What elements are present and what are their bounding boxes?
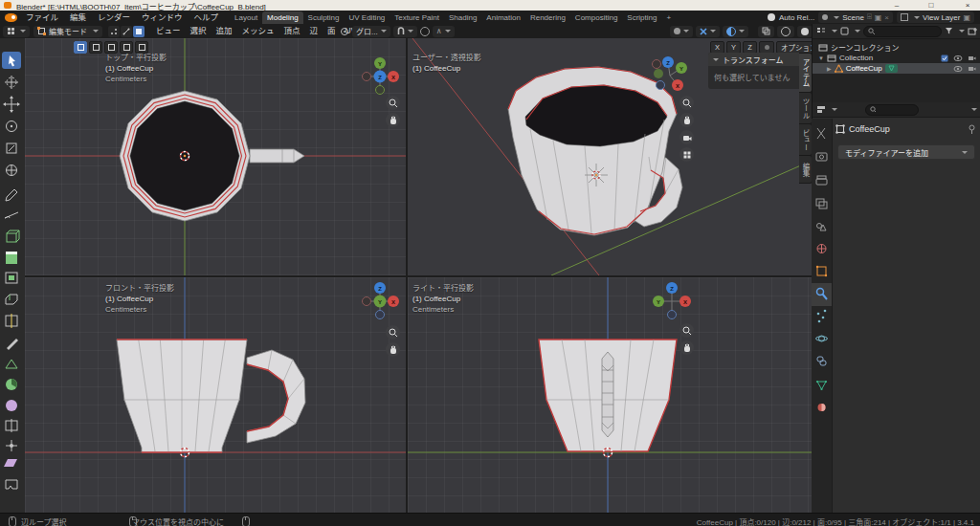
sidebar-tab-view[interactable]: ビュー <box>799 123 813 156</box>
tab-material-icon[interactable] <box>818 404 826 411</box>
shading-wireframe-button[interactable] <box>777 26 794 37</box>
tab-particles-icon[interactable] <box>817 310 827 323</box>
axis-ball-x-neg[interactable] <box>363 73 371 81</box>
workspace-tab-compositing[interactable]: Compositing <box>570 11 622 24</box>
menu-file[interactable]: ファイル <box>20 11 64 24</box>
tab-output-icon[interactable] <box>816 176 827 185</box>
close-button[interactable]: × <box>957 0 978 11</box>
xray-toggle[interactable] <box>758 26 774 37</box>
zoom-button[interactable] <box>386 325 400 340</box>
nav-gizmo-user[interactable]: Z Y X <box>649 53 691 95</box>
nav-gizmo-right[interactable]: Y Z X <box>651 280 693 322</box>
axis-ball-x-neg[interactable] <box>363 297 371 306</box>
camera-view-button[interactable] <box>679 130 694 144</box>
tool-edge-slide[interactable] <box>6 419 17 432</box>
tool-rotate[interactable] <box>7 121 17 132</box>
axis-ball-y-neg[interactable] <box>376 86 385 95</box>
gizmos-dropdown[interactable] <box>696 26 720 37</box>
shading-solid-button[interactable] <box>797 26 813 37</box>
edge-select-button[interactable] <box>121 26 132 37</box>
select-mode-subtract[interactable] <box>104 41 118 54</box>
tool-inset-faces[interactable] <box>6 273 17 283</box>
properties-options-caret[interactable] <box>971 108 977 111</box>
workspace-tab-layout[interactable]: Layout <box>230 11 262 24</box>
pin-icon[interactable] <box>968 124 976 134</box>
snap-dropdown[interactable] <box>393 26 417 37</box>
tool-poly-build[interactable] <box>6 360 17 368</box>
falloff-dropdown[interactable]: ∧ <box>433 26 455 37</box>
tab-scene-icon[interactable] <box>817 224 827 231</box>
pan-button[interactable] <box>679 340 694 355</box>
menu-mesh[interactable]: メッシュ <box>237 24 279 38</box>
tool-scale[interactable] <box>7 143 16 153</box>
outliner-search-input[interactable] <box>878 27 937 35</box>
tab-world-icon[interactable] <box>817 245 826 253</box>
tab-view-layer-icon[interactable] <box>816 199 827 208</box>
viewport-canvas-top[interactable] <box>25 38 406 275</box>
tab-constraints-icon[interactable] <box>817 357 826 365</box>
menu-view[interactable]: ビュー <box>151 24 186 38</box>
workspace-tab-sculpting[interactable]: Sculpting <box>303 11 345 24</box>
axis-ball-z-neg[interactable] <box>376 311 385 319</box>
tool-rip-region[interactable] <box>6 480 17 489</box>
workspace-tab-shading[interactable]: Shading <box>444 11 481 24</box>
new-collection-icon[interactable] <box>968 27 977 35</box>
copy-icon[interactable]: ▣ <box>963 13 970 22</box>
menu-window[interactable]: ウィンドウ <box>136 11 189 24</box>
select-mode-invert[interactable] <box>120 41 133 54</box>
outliner-row-object-selected[interactable]: ▶ CoffeeCup <box>813 63 980 74</box>
workspace-tab-scripting[interactable]: Scripting <box>622 11 661 24</box>
axis-ball-z-neg[interactable] <box>668 311 677 319</box>
tool-transform[interactable] <box>7 165 17 176</box>
tool-loop-cut[interactable] <box>6 314 17 328</box>
workspace-tab-uv-editing[interactable]: UV Editing <box>345 11 390 24</box>
quad-divider-horizontal[interactable] <box>25 275 812 277</box>
minimize-button[interactable]: – <box>886 0 907 11</box>
tab-object-icon[interactable] <box>816 266 827 276</box>
camera-visibility-icon[interactable] <box>968 65 976 73</box>
visibility-dropdown[interactable] <box>670 26 693 37</box>
sidebar-tab-tool[interactable]: ツール <box>799 92 813 124</box>
select-mode-new[interactable] <box>74 41 87 54</box>
tab-object-data-icon[interactable] <box>816 381 827 390</box>
tool-annotate[interactable] <box>6 189 17 201</box>
menu-add[interactable]: 追加 <box>212 24 237 38</box>
expand-icon[interactable]: ▼ <box>818 55 824 61</box>
pin-icon[interactable]: ⌹ <box>867 12 872 22</box>
properties-search-input[interactable] <box>879 105 914 114</box>
menu-help[interactable]: ヘルプ <box>189 11 225 24</box>
axis-ball-y-neg[interactable] <box>654 69 663 78</box>
display-mode-icon[interactable] <box>816 27 826 35</box>
axis-ball-z-neg[interactable] <box>657 81 665 90</box>
menu-vertex[interactable]: 頂点 <box>279 24 305 38</box>
menu-face[interactable]: 面 <box>323 24 341 38</box>
zoom-button[interactable] <box>386 96 400 110</box>
properties-search[interactable] <box>865 104 919 116</box>
select-mode-intersect[interactable] <box>135 41 148 54</box>
viewport-right[interactable]: ライト・平行投影 (1) CoffeeCup Centimeters <box>408 277 812 513</box>
outliner-row-scene-collection[interactable]: シーンコレクション <box>813 42 980 53</box>
tool-smooth[interactable] <box>6 400 17 411</box>
workspace-tab-animation[interactable]: Animation <box>481 11 525 24</box>
axis-ball-x-neg[interactable] <box>653 60 661 69</box>
view-layer-selector[interactable]: View Layer ▣ <box>897 11 974 23</box>
tool-spin[interactable] <box>6 379 17 390</box>
tool-shrink-fatten[interactable] <box>6 440 17 451</box>
overlays-dropdown[interactable] <box>723 26 748 37</box>
transform-pivot-icon[interactable] <box>340 27 349 36</box>
zoom-button[interactable] <box>679 323 694 338</box>
tool-cursor[interactable] <box>5 76 18 89</box>
proportional-edit-icon[interactable] <box>420 27 430 36</box>
viewport-canvas-front[interactable] <box>25 277 406 513</box>
outliner-row-collection[interactable]: ▼ Collection <box>813 53 980 63</box>
scene-selector[interactable]: Scene ⌹ ▣ × <box>818 11 893 23</box>
menu-edge[interactable]: 辺 <box>305 24 323 38</box>
select-mode-extend[interactable] <box>89 41 102 54</box>
outliner-search[interactable] <box>863 26 942 37</box>
viewport-front[interactable]: フロント・平行投影 (1) CoffeeCup Centimeters <box>25 277 406 513</box>
camera-visibility-icon[interactable] <box>968 55 976 62</box>
filter-type-icon[interactable] <box>840 27 849 35</box>
tool-add-cube[interactable] <box>7 230 19 242</box>
tool-knife[interactable] <box>7 339 18 350</box>
tool-extrude-region[interactable] <box>6 252 17 264</box>
